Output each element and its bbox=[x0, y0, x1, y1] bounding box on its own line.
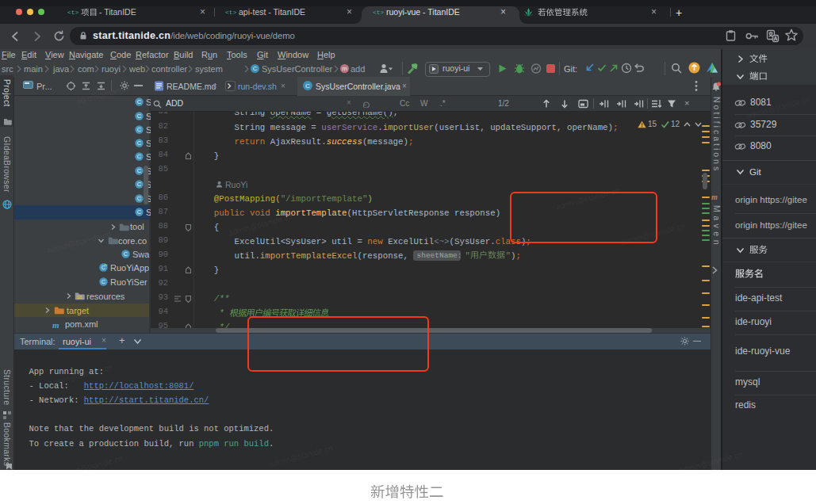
svg-text:C: C bbox=[102, 278, 105, 285]
svg-text:m: m bbox=[711, 193, 718, 201]
svg-text:C: C bbox=[124, 250, 128, 258]
svg-text:m: m bbox=[52, 320, 59, 329]
svg-text:C: C bbox=[137, 153, 141, 160]
svg-text:C: C bbox=[305, 82, 310, 90]
svg-text:m: m bbox=[342, 65, 347, 72]
svg-text:C: C bbox=[137, 98, 141, 105]
svg-text:C: C bbox=[253, 65, 258, 72]
svg-text:C: C bbox=[137, 139, 141, 147]
svg-text:C: C bbox=[137, 126, 141, 133]
svg-text:C: C bbox=[137, 113, 141, 120]
svg-text:C: C bbox=[137, 208, 141, 216]
svg-text:C: C bbox=[137, 195, 141, 202]
svg-text:C: C bbox=[137, 167, 141, 174]
svg-text:C: C bbox=[137, 181, 141, 188]
